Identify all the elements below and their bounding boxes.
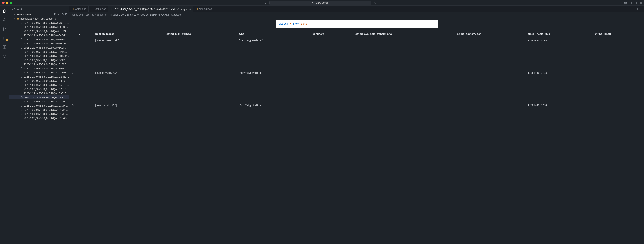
tab[interactable]: { }writer.json bbox=[70, 6, 89, 12]
table-cell[interactable] bbox=[76, 69, 92, 102]
refresh-icon[interactable] bbox=[61, 13, 64, 16]
column-header[interactable]: string_available_translations bbox=[353, 31, 454, 37]
maximize-window-button[interactable] bbox=[10, 2, 12, 4]
column-header[interactable]: string_septemeber bbox=[454, 31, 525, 37]
tree-file[interactable]: 2025-1-29_9-56-53_01JJRQW0Z7FV40MYSV... bbox=[9, 29, 69, 33]
account-icon[interactable] bbox=[374, 1, 376, 4]
activity-extensions[interactable] bbox=[0, 43, 9, 51]
folder-header[interactable]: OLAKE-DOCKER bbox=[9, 12, 69, 16]
table-cell[interactable] bbox=[592, 102, 644, 109]
tree-file[interactable]: 2025-1-29_9-56-53_01JJRQW0YR1B5WQEGG... bbox=[9, 21, 69, 25]
table-cell[interactable]: {"key":"/type/edition"} bbox=[236, 69, 309, 102]
query-editor[interactable]: SELECT * FROM data bbox=[276, 19, 438, 28]
tree-file[interactable]: 2025-1-29_9-56-53_01JJRQW1C3E0MA4KT7... bbox=[9, 79, 69, 83]
command-center[interactable]: olake-docker bbox=[269, 0, 371, 5]
table-cell[interactable] bbox=[164, 37, 236, 69]
table-row[interactable]: 3["Warrendale, Pa"]{"key":"/type/edition… bbox=[70, 102, 644, 109]
nav-forward-icon[interactable] bbox=[264, 1, 267, 4]
table-cell[interactable] bbox=[592, 37, 644, 69]
panel-left-icon[interactable] bbox=[629, 1, 632, 4]
tree-file[interactable]: 2025-1-29_9-56-53_01JJRQW1C2FBB2F4CP2... bbox=[9, 75, 69, 79]
tree-file[interactable]: 2025-1-29_9-56-53_01JJRQW1AP1QWMY3W... bbox=[9, 50, 69, 54]
tree-file[interactable]: 2025-1-29_9-56-53_01JJRQW1BJF2FKB65Z3... bbox=[9, 62, 69, 66]
table-cell[interactable] bbox=[454, 102, 525, 109]
tab[interactable]: { }config.json bbox=[89, 6, 108, 12]
table-cell[interactable] bbox=[164, 69, 236, 102]
sidebar-more-icon[interactable]: ⋯ bbox=[64, 7, 66, 10]
column-header[interactable]: olake_insert_time bbox=[525, 31, 592, 37]
table-cell[interactable]: ["Berlin","New York"] bbox=[92, 37, 164, 69]
breadcrumb-item[interactable]: stream_9 bbox=[97, 13, 106, 16]
data-table[interactable]: vpublish_placesstring_i18n_stringstypeid… bbox=[70, 31, 644, 244]
activity-source-control[interactable] bbox=[0, 25, 9, 33]
nav-back-icon[interactable] bbox=[260, 1, 262, 4]
table-cell[interactable] bbox=[454, 37, 525, 69]
breadcrumbs[interactable]: normalized›otter_db›stream_9›2025-1-29_9… bbox=[70, 12, 644, 17]
panel-bottom-icon[interactable] bbox=[634, 1, 637, 4]
table-cell[interactable] bbox=[309, 102, 353, 109]
table-cell[interactable] bbox=[454, 69, 525, 102]
tree-file[interactable]: 2025-1-29_9-56-53_01JJRQW0ZD8NDDJJ6R... bbox=[9, 37, 69, 41]
close-tab-icon[interactable]: × bbox=[189, 8, 191, 10]
tree-file[interactable]: 2025-1-29_9-56-53_01JJRQW0ZQJKMJMPN... bbox=[9, 46, 69, 50]
column-header[interactable] bbox=[70, 31, 76, 37]
tree-file[interactable]: 2025-1-29_9-56-53_01JJRQW1E1MKZPM8WK... bbox=[9, 104, 69, 108]
column-header[interactable]: string_langu bbox=[592, 31, 644, 37]
column-header[interactable]: publish_places bbox=[92, 31, 164, 37]
tree-file[interactable]: 2025-1-29_9-56-53_01JJRQW1C5ZTP1N5437... bbox=[9, 83, 69, 87]
table-cell[interactable] bbox=[164, 102, 236, 109]
tree-file[interactable]: 2025-1-29_9-56-53_01JJRQW0ZG0FZMGZ9C... bbox=[9, 41, 69, 46]
table-cell[interactable]: 1738144613798 bbox=[525, 37, 592, 69]
table-cell[interactable]: {"key":"/type/edition"} bbox=[236, 102, 309, 109]
table-cell[interactable] bbox=[309, 69, 353, 102]
file-tree[interactable]: normalized / otter_db / stream_9 2025-1-… bbox=[9, 16, 69, 244]
tree-folder[interactable]: normalized / otter_db / stream_9 bbox=[9, 16, 69, 21]
column-header[interactable]: type bbox=[236, 31, 309, 37]
close-window-button[interactable] bbox=[2, 2, 4, 4]
more-actions-icon[interactable]: ⋯ bbox=[640, 7, 642, 10]
activity-remote[interactable] bbox=[0, 52, 9, 60]
new-folder-icon[interactable] bbox=[58, 13, 60, 16]
table-cell[interactable] bbox=[76, 37, 92, 69]
tab[interactable]: 2025-1-29_9-56-53_01JJRQW1D0F1R6MNJ6PGGM… bbox=[108, 6, 193, 12]
table-row[interactable]: 1["Berlin","New York"]{"key":"/type/edit… bbox=[70, 37, 644, 69]
table-cell[interactable] bbox=[76, 102, 92, 109]
table-cell[interactable] bbox=[353, 102, 454, 109]
activity-search[interactable] bbox=[0, 16, 9, 24]
tree-file[interactable]: 2025-1-29_9-56-53_01JJRQW1D1QXDEWP1Q... bbox=[9, 99, 69, 104]
table-cell[interactable]: {"key":"/type/edition"} bbox=[236, 37, 309, 69]
tree-file[interactable]: 2025-1-29_9-56-53_01JJRQW1BM5DGTD76B... bbox=[9, 66, 69, 70]
tab[interactable]: { }catalog.json bbox=[193, 6, 214, 12]
split-editor-icon[interactable] bbox=[635, 7, 638, 10]
table-cell[interactable] bbox=[592, 69, 644, 102]
breadcrumb-item[interactable]: normalized bbox=[72, 13, 83, 16]
table-cell[interactable]: ["Warrendale, Pa"] bbox=[92, 102, 164, 109]
table-row[interactable]: 2["Scotts Valley, CA"]{"key":"/type/edit… bbox=[70, 69, 644, 102]
table-cell[interactable] bbox=[309, 37, 353, 69]
column-header[interactable]: identifiers bbox=[309, 31, 353, 37]
table-cell[interactable]: 1738144613798 bbox=[525, 69, 592, 102]
layout-grid-icon[interactable] bbox=[624, 1, 627, 4]
table-cell[interactable] bbox=[353, 69, 454, 102]
new-file-icon[interactable] bbox=[54, 13, 56, 16]
table-cell[interactable]: 1738144613798 bbox=[525, 102, 592, 109]
tree-file[interactable]: 2025-1-29_9-56-53_01JJRQW1BGKN3DNGHZ... bbox=[9, 58, 69, 62]
column-header[interactable]: string_i18n_strings bbox=[164, 31, 236, 37]
activity-debug[interactable] bbox=[0, 34, 9, 42]
collapse-icon[interactable] bbox=[65, 13, 68, 16]
tree-file[interactable]: 2025-1-29_9-56-53_01JJRQW1D0F1R6MNJ6... bbox=[9, 95, 69, 99]
table-cell[interactable]: ["Scotts Valley, CA"] bbox=[92, 69, 164, 102]
table-cell[interactable] bbox=[353, 37, 454, 69]
tree-file[interactable]: 2025-1-29_9-56-53_01JJRQW1CZP5640FPC7... bbox=[9, 87, 69, 91]
panel-right-icon[interactable] bbox=[639, 1, 642, 4]
tree-file[interactable]: 2025-1-29_9-56-53_01JJRQW0Z2FSXX1MQ5... bbox=[9, 25, 69, 29]
column-header[interactable]: v bbox=[76, 31, 92, 37]
activity-explorer[interactable] bbox=[0, 7, 9, 15]
tree-file[interactable]: 2025-1-29_9-56-53_01JJRQW0ZAGA2GP3RG... bbox=[9, 33, 69, 37]
tree-file[interactable]: 2025-1-29_9-56-53_01JJRQW1C2FBB2F4CP2... bbox=[9, 70, 69, 75]
tree-file[interactable]: 2025-1-29_9-56-53_01JJRQW1E1MKZPM8WK... bbox=[9, 108, 69, 112]
breadcrumb-item[interactable]: 2025-1-29_9-56-53_01JJRQW1D0F1R6MNJ6PGGM… bbox=[113, 13, 181, 16]
tree-file[interactable]: 2025-1-29_9-56-53_01JJRQW1BDKS2SRENE... bbox=[9, 54, 69, 58]
tree-file[interactable]: 2025-1-29_9-56-53_01JJRQW1E2E4GX3D2B... bbox=[9, 116, 69, 120]
breadcrumb-item[interactable]: otter_db bbox=[86, 13, 94, 16]
